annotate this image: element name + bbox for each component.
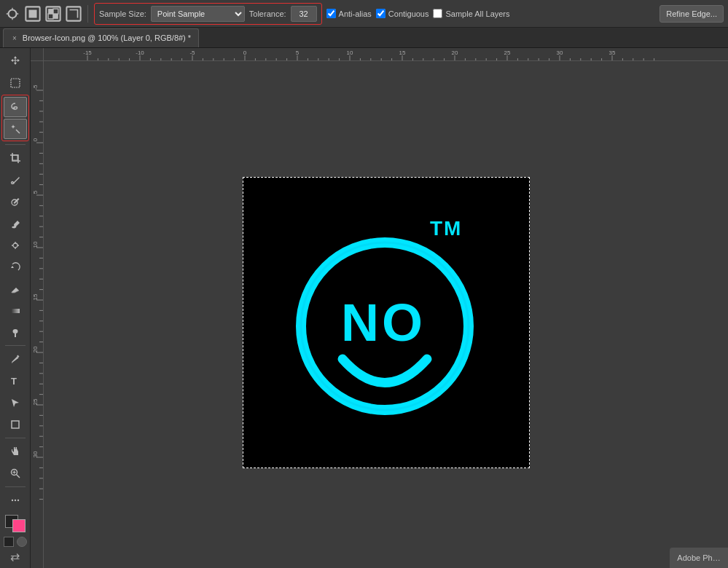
left-tool-pen[interactable] — [4, 349, 27, 369]
left-tool-eyedropper[interactable] — [4, 170, 27, 190]
top-toolbar: Sample Size: Point Sample3 by 3 Average5… — [0, 0, 728, 28]
svg-rect-8 — [66, 7, 80, 20]
left-tool-sep-4 — [5, 486, 26, 487]
fg-color-swatch[interactable] — [12, 519, 26, 532]
canvas-viewport[interactable]: TM NO — [44, 61, 728, 555]
left-tool-shape[interactable] — [4, 414, 27, 435]
svg-point-11 — [12, 126, 13, 127]
tolerance-input[interactable] — [291, 6, 317, 22]
left-tool-magic-wand[interactable] — [4, 119, 27, 139]
file-tab-bar: × Browser-Icon.png @ 100% (Layer 0, RGB/… — [0, 28, 728, 48]
svg-point-26 — [17, 500, 18, 501]
toolbar-mode-icon-1[interactable] — [4, 6, 20, 22]
sample-size-select[interactable]: Point Sample3 by 3 Average5 by 5 Average… — [151, 6, 245, 22]
sample-all-layers-checkbox[interactable] — [433, 9, 442, 18]
svg-rect-5 — [53, 9, 58, 14]
svg-point-15 — [13, 243, 17, 248]
svg-point-0 — [9, 9, 17, 17]
sample-all-layers-label: Sample All Layers — [445, 9, 509, 18]
contiguous-checkbox[interactable] — [376, 9, 385, 18]
left-tool-zoom[interactable] — [4, 463, 27, 484]
lasso-magicwand-group — [1, 95, 29, 141]
left-tool-move[interactable] — [4, 51, 27, 71]
svg-rect-16 — [11, 309, 20, 313]
left-tool-clone[interactable] — [4, 235, 27, 256]
tolerance-label: Tolerance: — [249, 9, 286, 18]
left-tool-hand[interactable] — [4, 441, 27, 462]
svg-rect-7 — [53, 14, 58, 19]
left-tool-heal[interactable] — [4, 192, 27, 212]
left-tool-gradient[interactable] — [4, 301, 27, 321]
file-tab-name: Browser-Icon.png @ 100% (Layer 0, RGB/8#… — [23, 33, 191, 42]
left-tool-dodge[interactable] — [4, 323, 27, 343]
arrow-icon[interactable]: ⇄ — [10, 550, 20, 564]
ruler-corner — [31, 48, 44, 61]
anti-alias-checkbox[interactable] — [326, 9, 336, 18]
svg-rect-9 — [11, 79, 20, 87]
left-tool-rect-marquee[interactable] — [4, 73, 27, 93]
ruler-horizontal — [44, 48, 728, 61]
sample-size-label: Sample Size: — [99, 9, 146, 18]
left-tool-path-select[interactable] — [4, 393, 27, 413]
svg-text:NO: NO — [341, 293, 426, 352]
canvas-area: TM NO Adobe Ph… — [31, 48, 728, 568]
quick-mask-icon[interactable] — [4, 537, 14, 547]
left-tool-crop[interactable] — [4, 148, 27, 168]
left-toolbar: T — [0, 48, 31, 568]
svg-text:TM: TM — [430, 217, 462, 240]
svg-rect-12 — [12, 155, 17, 160]
ruler-vertical — [31, 61, 44, 568]
refine-edge-button[interactable]: Refine Edge... — [659, 5, 724, 23]
left-tool-brush[interactable] — [4, 213, 27, 234]
file-tab[interactable]: × Browser-Icon.png @ 100% (Layer 0, RGB/… — [3, 28, 199, 47]
svg-point-24 — [11, 500, 12, 501]
screen-mode-icon[interactable] — [17, 537, 27, 547]
svg-line-21 — [16, 475, 20, 478]
contiguous-group: Contiguous — [376, 9, 429, 18]
left-tool-lasso[interactable] — [4, 97, 27, 117]
svg-rect-19 — [12, 421, 19, 428]
left-tool-sep-2 — [5, 345, 26, 346]
left-tool-more[interactable] — [4, 490, 27, 510]
anti-alias-label: Anti-alias — [339, 9, 372, 18]
svg-line-10 — [16, 130, 20, 133]
left-tool-history-brush[interactable] — [4, 257, 27, 277]
svg-rect-6 — [48, 14, 53, 19]
toolbar-mode-icon-2[interactable] — [25, 6, 41, 22]
svg-rect-4 — [48, 9, 53, 14]
left-tool-eraser[interactable] — [4, 279, 27, 299]
adobe-badge[interactable]: Adobe Ph… — [670, 548, 728, 568]
svg-rect-2 — [29, 9, 37, 17]
main-area: T — [0, 48, 728, 568]
file-tab-close[interactable]: × — [11, 33, 18, 43]
svg-text:T: T — [11, 376, 17, 387]
smiley-illustration: TM NO — [243, 177, 530, 468]
anti-alias-group: Anti-alias — [326, 9, 372, 18]
toolbar-mode-icon-3[interactable] — [45, 6, 61, 22]
toolbar-options-group: Sample Size: Point Sample3 by 3 Average5… — [94, 3, 322, 25]
ps-canvas[interactable]: TM NO — [243, 177, 530, 468]
left-tool-sep-3 — [5, 438, 26, 438]
toolbar-divider-1 — [87, 5, 88, 23]
toolbar-mode-icon-4[interactable] — [66, 6, 82, 22]
left-tool-text[interactable]: T — [4, 371, 27, 391]
svg-point-17 — [12, 329, 17, 334]
left-tool-sep-1 — [5, 144, 26, 145]
sample-all-layers-group: Sample All Layers — [433, 9, 509, 18]
contiguous-label: Contiguous — [388, 9, 429, 18]
svg-point-25 — [14, 500, 15, 501]
